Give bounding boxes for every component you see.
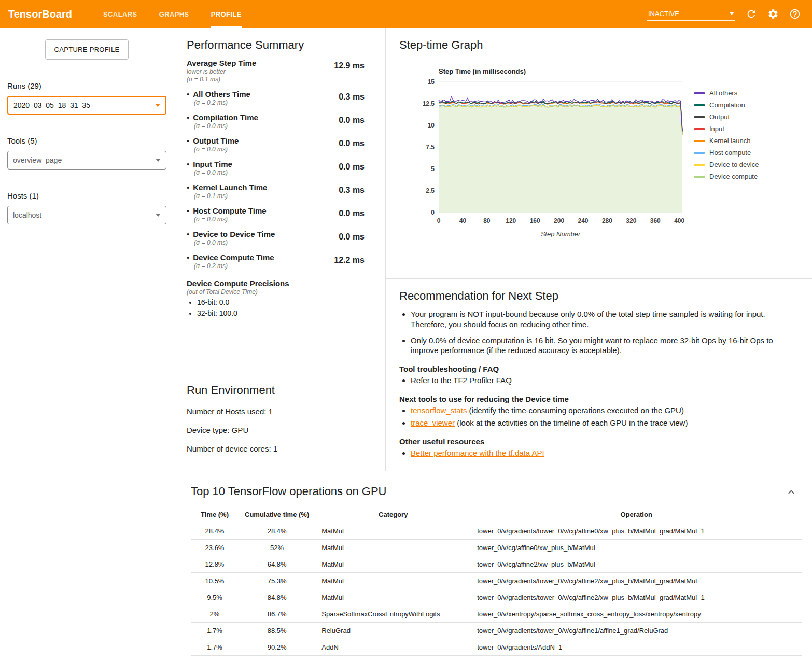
bullet: •: [187, 113, 189, 122]
bullet: •: [187, 136, 189, 145]
table-cell: AddN: [315, 639, 471, 656]
perf-item-value: 0.0 ms: [339, 232, 365, 246]
tools-dropdown[interactable]: overview_page: [7, 151, 166, 170]
perf-item-sigma: (σ = 0.0 ms): [194, 239, 275, 246]
top-ops-card: Top 10 TensorFlow operations on GPU Time…: [174, 471, 812, 661]
tab-graphs[interactable]: GRAPHS: [159, 0, 189, 28]
perf-item-sigma: (σ = 0.0 ms): [194, 216, 267, 223]
table-cell: 86.7%: [239, 606, 315, 623]
table-cell: 75.3%: [239, 573, 315, 589]
resource-link[interactable]: Better performance with the tf.data API: [411, 448, 544, 457]
perf-item: •Device to Device Time(σ = 0.0 ms)0.0 ms: [187, 230, 365, 246]
runs-label: Runs (29): [7, 81, 166, 90]
table-row: 2%86.7%SparseSoftmaxCrossEntropyWithLogi…: [191, 606, 802, 623]
legend-swatch: [694, 164, 705, 166]
legend-label: Compilation: [709, 101, 745, 109]
status-dropdown-value: INACTIVE: [648, 10, 679, 18]
svg-text:12.5: 12.5: [423, 100, 435, 107]
table-cell: MatMul: [315, 556, 471, 573]
app-title: TensorBoard: [8, 8, 72, 20]
table-cell: 91.9%: [239, 656, 315, 661]
perf-item: •Kernel Launch Time(σ = 0.1 ms)0.3 ms: [187, 183, 365, 200]
precision-item: 16-bit: 0.0: [197, 298, 365, 306]
device-compute-precisions: Device Compute Precisions (out of Total …: [187, 279, 365, 317]
refresh-icon[interactable]: [746, 8, 757, 20]
recommendation-bullet: Only 0.0% of device computation is 16 bi…: [411, 335, 794, 356]
tool-links-list: tensorflow_stats (identify the time-cons…: [399, 405, 794, 428]
faq-item: Refer to the TF2 Profiler FAQ: [411, 375, 794, 386]
precisions-label: Device Compute Precisions: [187, 279, 365, 288]
table-cell: ApplyGradientDescent: [315, 656, 471, 661]
svg-text:360: 360: [650, 217, 661, 224]
perf-average-row: Average Step Time lower is better (σ = 0…: [187, 59, 365, 83]
legend-item: Device compute: [694, 173, 759, 180]
hosts-dropdown[interactable]: localhost: [7, 206, 166, 224]
recommendation-title: Recommendation for Next Step: [399, 289, 794, 303]
resources-heading: Other useful resources: [399, 437, 794, 446]
status-dropdown[interactable]: INACTIVE: [647, 8, 735, 21]
perf-item: •Output Time(σ = 0.0 ms)0.0 ms: [187, 136, 365, 153]
table-cell: 2%: [191, 606, 239, 623]
table-cell: MatMul: [315, 573, 471, 589]
tools-label: Tools (5): [7, 136, 166, 145]
run-environment-title: Run Environment: [187, 384, 373, 397]
legend-item: Host compute: [694, 149, 759, 157]
perf-average-label: Average Step Time: [187, 59, 256, 67]
table-cell: tower_0/v/gradients/tower_0/v/cg/affine1…: [471, 623, 802, 639]
tool-link[interactable]: tensorflow_stats: [411, 406, 467, 415]
svg-text:5: 5: [431, 165, 435, 173]
perf-item-sigma: (σ = 0.2 ms): [194, 99, 250, 106]
resource-item: Better performance with the tf.data API: [411, 448, 794, 458]
settings-gear-icon[interactable]: [767, 8, 779, 20]
perf-average-value: 12.9 ms: [334, 61, 365, 83]
chevron-down-icon: [729, 12, 734, 15]
table-cell: 28.4%: [239, 523, 315, 540]
table-cell: tower_0/v/gradients/tower_0/v/cg/affine2…: [471, 589, 802, 606]
run-environment-line: Number of Hosts used: 1: [187, 407, 373, 416]
toolbar-right: INACTIVE: [647, 8, 801, 21]
capture-profile-button[interactable]: CAPTURE PROFILE: [45, 39, 129, 60]
runs-dropdown-value: 2020_03_05_18_31_35: [13, 101, 90, 109]
collapse-chevron-up-icon[interactable]: [785, 486, 797, 498]
legend-swatch: [694, 116, 705, 118]
runs-dropdown[interactable]: 2020_03_05_18_31_35: [7, 96, 166, 115]
tab-scalars[interactable]: SCALARS: [103, 0, 137, 28]
table-cell: 84.8%: [239, 589, 315, 606]
table-row: 28.4%28.4%MatMultower_0/v/gradients/towe…: [191, 523, 802, 540]
tool-text: (identify the time-consuming operations …: [467, 406, 684, 415]
tab-profile[interactable]: PROFILE: [211, 0, 242, 28]
legend-swatch: [694, 140, 705, 142]
legend-label: Device to device: [709, 161, 759, 168]
hosts-label: Hosts (1): [7, 191, 166, 200]
svg-text:240: 240: [578, 217, 589, 224]
main-content: Performance Summary Average Step Time lo…: [174, 28, 812, 661]
table-cell: 9.5%: [191, 589, 239, 606]
svg-text:Step Time (in milliseconds): Step Time (in milliseconds): [439, 67, 526, 75]
step-time-graph-title: Step-time Graph: [399, 38, 807, 52]
table-cell: tower_0/v/gradients/tower_0/v/cg/affine2…: [471, 573, 802, 589]
tools-dropdown-value: overview_page: [13, 156, 62, 164]
legend-item: Device to device: [694, 161, 759, 168]
help-icon[interactable]: [789, 8, 801, 20]
table-cell: MatMul: [315, 523, 471, 540]
table-cell: 1.7%: [191, 656, 239, 661]
legend-swatch: [694, 92, 705, 94]
recommendation-bullet: Your program is NOT input-bound because …: [411, 309, 794, 330]
legend-item: Compilation: [694, 101, 759, 109]
perf-item-sigma: (σ = 0.0 ms): [194, 122, 258, 130]
perf-item-value: 0.0 ms: [339, 139, 365, 153]
perf-item-value: 0.0 ms: [339, 209, 365, 223]
legend-swatch: [694, 152, 705, 154]
tool-link[interactable]: trace_viewer: [411, 418, 455, 427]
perf-item: •All Others Time(σ = 0.2 ms)0.3 ms: [187, 90, 365, 106]
tool-item: tensorflow_stats (identify the time-cons…: [411, 405, 794, 416]
svg-text:40: 40: [459, 217, 467, 224]
legend-item: Output: [694, 113, 759, 121]
faq-list: Refer to the TF2 Profiler FAQ: [399, 375, 794, 386]
table-row: 10.5%75.3%MatMultower_0/v/gradients/towe…: [191, 573, 802, 589]
table-cell: 28.4%: [191, 523, 239, 540]
table-cell: tower_0/v/gradients/tower_0/v/cg/affine0…: [471, 523, 802, 540]
chevron-down-icon: [156, 159, 161, 162]
performance-summary-title: Performance Summary: [187, 38, 365, 52]
table-cell: append_apply_gradient_ops/GradientDescen…: [471, 656, 802, 661]
